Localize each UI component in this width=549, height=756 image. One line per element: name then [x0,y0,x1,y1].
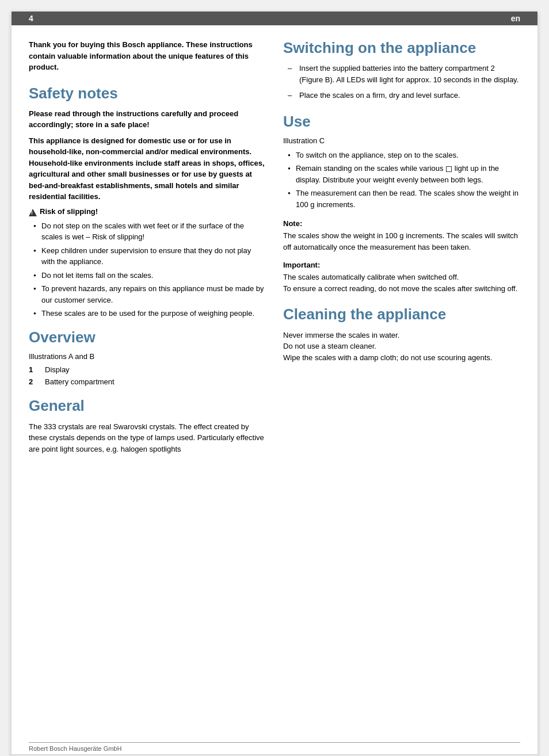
overview-items: 1 Display 2 Battery compartment [29,364,266,388]
warning-label: Risk of slipping! [40,207,98,216]
important-block: Important: The scales automatically cali… [283,261,520,294]
header-bar: 4 en [12,12,537,25]
safety-bullets: Do not step on the scales with wet feet … [29,220,266,319]
content-area: Thank you for buying this Bosch applianc… [12,25,537,475]
item-label: Battery compartment [45,376,115,388]
list-item: Keep children under supervision to ensur… [33,245,266,268]
footer-area: Robert Bosch Hausgeräte GmbH PPW1010_110… [12,742,537,756]
switching-on-list: Insert the supplied batteries into the b… [283,63,520,101]
list-item: These scales are to be used for the purp… [33,308,266,319]
list-item: The measurement can then be read. The sc… [288,188,520,210]
item-label: Display [45,364,70,376]
left-column: Thank you for buying this Bosch applianc… [29,39,266,464]
list-item: To switch on the appliance, step on to t… [288,150,520,161]
safety-notes-section: Safety notes Please read through the ins… [29,85,266,319]
cleaning-title: Cleaning the appliance [283,306,520,323]
switching-on-section: Switching on the appliance Insert the su… [283,39,520,101]
list-item: Insert the supplied batteries into the b… [288,63,520,85]
warning-triangle-icon [29,209,37,216]
item-number: 2 [29,376,38,388]
list-item: 2 Battery compartment [29,376,266,388]
intro-text: Thank you for buying this Bosch applianc… [29,39,266,73]
overview-illustrations: Illustrations A and B [29,352,266,361]
safety-notes-subtitle1: Please read through the instructions car… [29,108,266,131]
list-item: Do not let items fall on the scales. [33,270,266,281]
warning-title: Risk of slipping! [29,207,266,216]
use-title: Use [283,113,520,131]
cleaning-section: Cleaning the appliance Never immerse the… [283,306,520,363]
list-item: 1 Display [29,364,266,376]
note-body: The scales show the weight in 100 g incr… [283,230,520,253]
use-section: Use Illustration C To switch on the appl… [283,113,520,295]
list-item: Place the scales on a firm, dry and leve… [288,90,520,101]
safety-notes-title: Safety notes [29,85,266,102]
use-bullets: To switch on the appliance, step on to t… [283,150,520,211]
list-item: Do not step on the scales with wet feet … [33,220,266,243]
note-block: Note: The scales show the weight in 100 … [283,219,520,253]
square-symbol-icon [446,166,452,172]
note-label: Note: [283,219,520,228]
general-title: General [29,397,266,415]
item-number: 1 [29,364,38,376]
list-item: To prevent hazards, any repairs on this … [33,283,266,306]
important-body: The scales automatically calibrate when … [283,272,520,294]
overview-section: Overview Illustrations A and B 1 Display… [29,329,266,388]
language-code: en [511,14,520,23]
general-body: The 333 crystals are real Swarovski crys… [29,421,266,455]
footer-company: Robert Bosch Hausgeräte GmbH [12,743,537,754]
use-illustration-label: Illustration C [283,136,520,145]
page-number: 4 [29,14,33,23]
general-section: General The 333 crystals are real Swarov… [29,397,266,455]
right-column: Switching on the appliance Insert the su… [283,39,520,464]
switching-on-title: Switching on the appliance [283,39,520,57]
important-label: Important: [283,261,520,269]
cleaning-body: Never immerse the scales in water. Do no… [283,330,520,364]
safety-notes-subtitle2: This appliance is designed for domestic … [29,135,266,203]
overview-title: Overview [29,329,266,346]
page: 4 en Thank you for buying this Bosch app… [12,12,537,756]
list-item: Remain standing on the scales while vari… [288,163,520,185]
